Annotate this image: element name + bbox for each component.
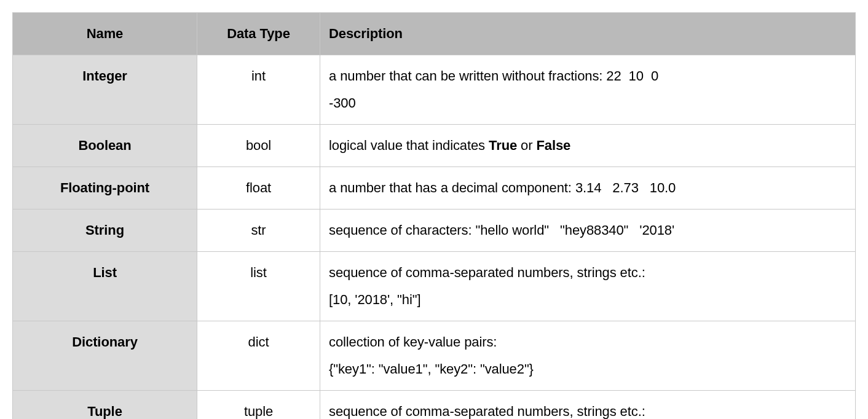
header-name: Name: [13, 13, 197, 55]
row-type: list: [197, 252, 320, 321]
header-type: Data Type: [197, 13, 320, 55]
table-row: Booleanboollogical value that indicates …: [13, 125, 856, 167]
row-description: sequence of comma-separated numbers, str…: [320, 391, 856, 420]
table-row: Stringstrsequence of characters: "hello …: [13, 210, 856, 252]
row-description: collection of key-value pairs:{"key1": "…: [320, 321, 856, 391]
table-row: Dictionarydictcollection of key-value pa…: [13, 321, 856, 391]
table-row: Integerinta number that can be written w…: [13, 55, 856, 125]
table-header-row: Name Data Type Description: [13, 13, 856, 55]
row-type: dict: [197, 321, 320, 391]
row-name: Tuple: [13, 391, 197, 420]
row-description: logical value that indicates True or Fal…: [320, 125, 856, 167]
data-types-table: Name Data Type Description Integerinta n…: [12, 12, 856, 419]
table-row: Tupletuplesequence of comma-separated nu…: [13, 391, 856, 420]
table-row: Floating-pointfloata number that has a d…: [13, 167, 856, 210]
row-type: str: [197, 210, 320, 252]
table-row: Listlistsequence of comma-separated numb…: [13, 252, 856, 321]
row-description: sequence of comma-separated numbers, str…: [320, 252, 856, 321]
row-type: int: [197, 55, 320, 125]
row-name: Dictionary: [13, 321, 197, 391]
row-name: Boolean: [13, 125, 197, 167]
row-description: a number that can be written without fra…: [320, 55, 856, 125]
row-type: tuple: [197, 391, 320, 420]
header-desc: Description: [320, 13, 856, 55]
row-description: a number that has a decimal component: 3…: [320, 167, 856, 210]
row-type: bool: [197, 125, 320, 167]
row-type: float: [197, 167, 320, 210]
row-name: Floating-point: [13, 167, 197, 210]
row-description: sequence of characters: "hello world" "h…: [320, 210, 856, 252]
row-name: String: [13, 210, 197, 252]
row-name: List: [13, 252, 197, 321]
row-name: Integer: [13, 55, 197, 125]
